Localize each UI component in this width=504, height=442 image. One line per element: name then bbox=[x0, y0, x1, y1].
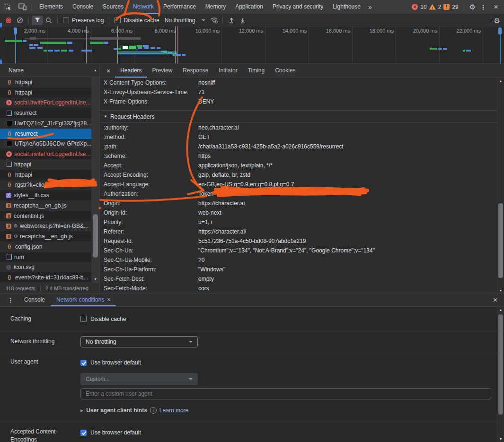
request-headers-section-header[interactable]: ▼ Request Headers bbox=[100, 111, 497, 122]
scrollbar-thumb[interactable] bbox=[498, 203, 503, 278]
issues-badge-icon[interactable]: ! bbox=[443, 4, 450, 10]
waterfall-bar bbox=[48, 50, 53, 52]
request-row[interactable]: icon.svg bbox=[0, 262, 91, 273]
detail-tab-headers[interactable]: Headers bbox=[115, 64, 147, 78]
request-row[interactable]: {}events?site-id=31d4ac89-b... bbox=[0, 272, 91, 283]
request-row[interactable]: {}httpapi bbox=[0, 170, 91, 180]
drawer-tab-network-conditions[interactable]: Network conditions× bbox=[51, 294, 116, 306]
request-row[interactable]: httpapi bbox=[0, 159, 91, 170]
tab-memory[interactable]: Memory bbox=[201, 0, 230, 14]
tab-lighthouse[interactable]: Lighthouse bbox=[328, 0, 365, 14]
more-options-icon[interactable]: ⋮ bbox=[478, 3, 488, 11]
scroll-up-icon[interactable]: ▲ bbox=[94, 69, 97, 72]
drawer-menu-icon[interactable]: ⋮ bbox=[0, 297, 18, 304]
drawer-tab-console[interactable]: Console bbox=[18, 294, 51, 306]
request-list-scrollbar[interactable]: ▼ bbox=[91, 77, 99, 283]
detail-tab-timing[interactable]: Timing bbox=[243, 64, 270, 78]
request-list-panel: Name ▲ {}httpapi{}httpapi×social.inviteF… bbox=[0, 64, 99, 294]
ua-client-hints-toggle[interactable]: ▶ User agent client hints i Learn more bbox=[80, 407, 491, 414]
search-icon[interactable] bbox=[43, 16, 54, 25]
request-row[interactable]: {}config.json bbox=[0, 242, 91, 252]
request-row[interactable]: ╱styles__ltr.css bbox=[0, 190, 91, 200]
filter-icon[interactable] bbox=[32, 16, 43, 25]
custom-ua-input[interactable]: Enter a custom user agent bbox=[80, 388, 491, 399]
throttling-select[interactable]: No throttling bbox=[80, 336, 198, 347]
request-row[interactable]: resurrect bbox=[0, 108, 91, 118]
import-har-icon[interactable] bbox=[226, 16, 237, 25]
detail-tab-initiator[interactable]: Initiator bbox=[213, 64, 242, 78]
settings-gear-icon[interactable]: ⚙ bbox=[469, 3, 476, 10]
request-row[interactable]: ()contentlnt.js bbox=[0, 211, 91, 221]
network-overview-timeline[interactable]: 2,000 ms4,000 ms6,000 ms8,000 ms10,000 m… bbox=[0, 26, 504, 64]
waterfall-bar bbox=[37, 47, 43, 49]
img-icon bbox=[6, 265, 11, 270]
scroll-up-icon[interactable]: ▲ bbox=[497, 79, 504, 83]
inspect-element-icon[interactable] bbox=[2, 1, 14, 13]
encodings-browser-default-checkbox[interactable]: Use browser default bbox=[80, 428, 141, 437]
request-name: httpapi bbox=[14, 161, 91, 168]
error-badge-icon[interactable]: × bbox=[412, 4, 418, 10]
error-count[interactable]: 10 bbox=[420, 4, 426, 10]
warning-count[interactable]: 2 bbox=[438, 4, 442, 10]
detail-tab-preview[interactable]: Preview bbox=[147, 64, 178, 78]
export-har-icon[interactable] bbox=[237, 16, 248, 25]
tab-sources[interactable]: Sources bbox=[98, 0, 128, 14]
waterfall-bar bbox=[54, 50, 60, 52]
waterfall-bar bbox=[163, 52, 167, 54]
scroll-down-icon[interactable]: ▼ bbox=[497, 437, 504, 441]
overview-right-handle[interactable] bbox=[498, 27, 502, 35]
headers-scrollbar[interactable]: ▲ ▼ bbox=[497, 78, 504, 294]
device-toolbar-icon[interactable] bbox=[16, 1, 28, 13]
issues-count[interactable]: 29 bbox=[452, 4, 458, 10]
close-drawer-icon[interactable]: × bbox=[486, 296, 504, 304]
response-headers-list: X-Content-Type-Options:nosniffX-Envoy-Up… bbox=[100, 78, 497, 106]
tab-console[interactable]: Console bbox=[68, 0, 98, 14]
scroll-down-icon[interactable]: ▼ bbox=[497, 289, 504, 292]
request-row[interactable]: UwTQZ1oZ_J1rEgt33Zfjcj28... bbox=[0, 118, 91, 129]
tab-network[interactable]: Network bbox=[128, 0, 159, 14]
learn-more-link[interactable]: Learn more bbox=[159, 407, 188, 414]
tab-privacy-and-security[interactable]: Privacy and security bbox=[268, 0, 328, 14]
request-row[interactable]: {}resurrect bbox=[0, 129, 91, 139]
drawer-disable-cache-checkbox[interactable]: Disable cache bbox=[80, 314, 126, 324]
drawer-scrollbar[interactable]: ▲ ▼ bbox=[497, 307, 504, 442]
network-conditions-icon[interactable] bbox=[208, 16, 220, 25]
request-row[interactable]: ()⚙recaptcha__en_gb.js bbox=[0, 231, 91, 242]
close-detail-icon[interactable]: × bbox=[100, 67, 115, 75]
custom-ua-select[interactable]: Custom... bbox=[80, 373, 198, 385]
request-row[interactable]: {}httpapi bbox=[0, 77, 91, 87]
record-network-log-icon[interactable] bbox=[3, 16, 14, 25]
request-row[interactable]: UTqAeAo5DJ6CDw-GPtdXp... bbox=[0, 139, 91, 149]
tab-performance[interactable]: Performance bbox=[159, 0, 201, 14]
warning-badge-icon[interactable]: ! bbox=[429, 4, 436, 10]
request-row[interactable]: ×social.inviteForLoggedInUse... bbox=[0, 149, 91, 159]
scrollbar-thumb[interactable] bbox=[93, 214, 98, 258]
request-row[interactable]: ()recaptcha__en_gb.js bbox=[0, 200, 91, 211]
disable-cache-checkbox[interactable]: Disable cache bbox=[115, 17, 159, 24]
preserve-log-checkbox[interactable]: Preserve log bbox=[63, 17, 104, 24]
ua-browser-default-checkbox[interactable]: Use browser default bbox=[80, 358, 491, 367]
close-devtools-icon[interactable]: × bbox=[491, 2, 501, 12]
request-row[interactable]: ×social.inviteForLoggedInUse... bbox=[0, 98, 91, 108]
clear-network-log-icon[interactable] bbox=[14, 16, 26, 25]
request-row[interactable]: ()⚙webworker.js?hl=en-GB&... bbox=[0, 221, 91, 232]
request-row[interactable]: {}rgstr?k=clien bbox=[0, 180, 91, 191]
request-row[interactable]: rum bbox=[0, 252, 91, 262]
scroll-down-icon[interactable]: ▼ bbox=[91, 277, 99, 281]
network-settings-gear-icon[interactable]: ⚙ bbox=[494, 17, 500, 24]
scrollbar-thumb[interactable] bbox=[498, 314, 503, 415]
header-row: Sec-Ch-Ua-Platform:"Windows" bbox=[100, 265, 497, 274]
detail-tab-cookies[interactable]: Cookies bbox=[270, 64, 301, 78]
header-name: Accept: bbox=[104, 162, 198, 169]
header-name: Sec-Fetch-Mode: bbox=[104, 285, 198, 292]
tab-application[interactable]: Application bbox=[230, 0, 268, 14]
info-icon[interactable]: i bbox=[150, 407, 157, 414]
tab-elements[interactable]: Elements bbox=[35, 0, 68, 14]
detail-tab-response[interactable]: Response bbox=[177, 64, 213, 78]
request-row[interactable]: {}httpapi bbox=[0, 87, 91, 98]
throttling-dropdown[interactable]: No throttling bbox=[165, 17, 206, 24]
close-tab-icon[interactable]: × bbox=[107, 296, 110, 303]
scroll-up-icon[interactable]: ▲ bbox=[497, 308, 504, 312]
more-tabs-chevron[interactable]: » bbox=[365, 3, 375, 11]
name-column-header[interactable]: Name ▲ bbox=[0, 64, 99, 77]
